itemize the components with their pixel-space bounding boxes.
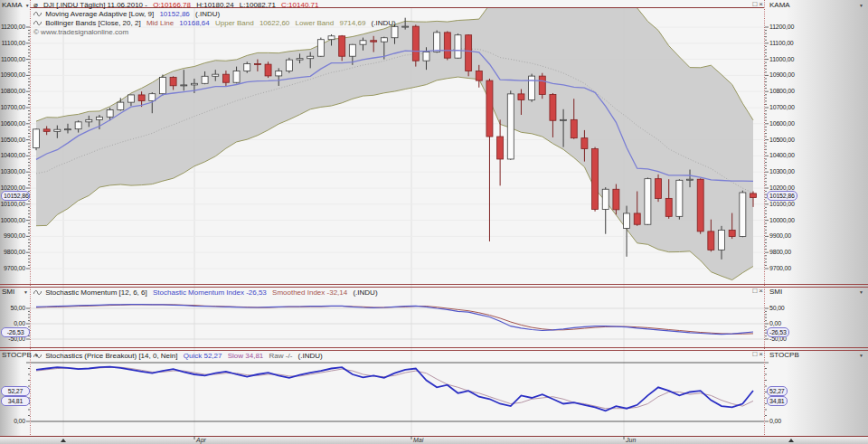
close-icon[interactable]: × [759,288,763,295]
y-axis-label: 11200,00 [0,24,25,31]
panel-selector-kama-right[interactable]: KAMA▼ [769,1,863,10]
indicator-curve-icon [33,289,42,298]
candle [212,74,219,76]
chart-canvas[interactable] [0,0,868,444]
y-axis-label: 10000,00 [0,217,25,224]
y-axis-label: 10500,00 [0,137,25,144]
stocpb-name: Stochastics (Price Breakout) [14, 0, Nei… [45,352,177,360]
high-value: H:10180,24 [196,1,233,9]
bb-mid-label: Mid Line [146,19,174,27]
selector-label: SMI [769,288,782,297]
y-axis-label: 10500,00 [769,137,795,144]
candle [697,179,703,231]
close-icon[interactable]: × [759,1,763,8]
restore-icon[interactable]: □ [752,351,757,358]
stocpb-quick-value: Quick 52,27 [184,352,222,360]
y-axis-label: 10100,00 [769,201,795,208]
current-value-bubble: 34,81 [767,396,788,406]
candle [328,36,335,40]
current-value-bubble: 34,81 [1,396,30,406]
candle [571,119,577,137]
instrument-icon: ⌀ [33,1,38,9]
chevron-down-icon[interactable]: ▼ [859,351,863,360]
stocpb-lines [31,363,764,421]
candle [645,179,651,225]
panel-selector-stocpb-left[interactable]: STOCPB▼ [2,351,30,360]
candle [687,179,693,180]
candle [371,41,377,42]
close-icon[interactable]: × [759,351,763,358]
candle [539,76,545,94]
candle [33,129,40,148]
y-axis-label: 10700,00 [0,104,25,111]
chevron-down-icon[interactable]: ▼ [34,351,39,360]
current-value-bubble: 10152,86 [767,191,797,201]
y-axis-label: 0,00 [0,418,25,425]
candle [665,198,672,216]
candle [602,189,609,209]
bb-lower-label: Lower Band [296,19,335,27]
main-legend-line1: ⌀ DJI [.INDU Täglich] 11.06.2010 - O:101… [33,1,322,10]
candle [276,71,282,76]
y-axis-label: 10700,00 [769,104,795,111]
chevron-down-icon[interactable]: ▼ [859,288,863,297]
panel-selector-kama-left[interactable]: KAMA▼ [2,1,28,10]
stocpb-suffix: (.INDU) [298,352,323,360]
candle [656,179,662,199]
candle [381,38,387,42]
candle [307,56,314,58]
panel-selector-smi-left[interactable]: SMI▼ [2,288,28,297]
panel-selector-stocpb-right[interactable]: STOCPB▼ [769,351,863,360]
panel-selector-smi-right[interactable]: SMI▼ [769,288,863,297]
axis-marker-triangle [61,439,66,442]
selector-label: KAMA [2,1,23,10]
y-axis-label: 9900,00 [769,232,791,240]
candle [75,122,81,129]
y-axis-label: 11200,00 [769,24,794,31]
candle [412,26,419,61]
candle [222,74,229,82]
candle [170,78,176,86]
bb-lower-value: 9714,69 [339,19,365,27]
smi-index-value: Stochastic Momentum Index -26,53 [153,288,267,297]
chevron-down-icon[interactable]: ▼ [25,1,30,10]
y-axis-label: 10600,00 [0,120,25,128]
candle [86,119,92,121]
current-value-bubble: 52,27 [767,386,788,396]
smi-name: Stochastic Momentum [12, 6, 6] [45,288,147,297]
close-value: C:10140,71 [281,1,318,9]
candle [360,41,366,44]
smi-legend: Stochastic Momentum [12, 6, 6] Stochasti… [33,288,382,298]
y-axis-label: 9800,00 [769,249,791,256]
low-value: L:10082,71 [240,1,276,9]
smi-panel-buttons: □× [752,288,763,295]
restore-icon[interactable]: □ [752,1,757,8]
candle [497,137,504,159]
candle [444,33,450,58]
copyright-text: © www.tradesignalonline.com [33,28,128,36]
candle [349,44,355,56]
y-axis-label: 50,00 [769,305,785,312]
y-axis-label: 9700,00 [769,265,791,272]
chevron-down-icon[interactable]: ▼ [859,1,863,10]
current-value-bubble: 52,27 [1,386,30,396]
selector-label: STOCPB [769,351,799,360]
current-value-bubble: -26,53 [1,327,30,337]
candle [729,230,735,236]
candle [581,138,588,149]
candle [740,193,746,237]
candle [286,60,292,71]
y-axis-label: 10300,00 [0,168,25,175]
bb-upper-value: 10622,60 [259,19,289,27]
current-value-bubble: -26,53 [767,327,789,337]
candle [181,85,187,86]
restore-icon[interactable]: □ [752,288,757,295]
chevron-down-icon[interactable]: ▼ [24,288,28,297]
y-axis-label: 9700,00 [0,265,25,272]
stocpb-raw-value: Raw -/- [269,352,293,360]
candle [529,76,535,99]
candle [634,213,640,224]
ma-suffix: (.INDU) [195,10,220,18]
smi-smoothed-value: Smoothed Index -32,14 [272,288,347,297]
candle [233,71,240,83]
